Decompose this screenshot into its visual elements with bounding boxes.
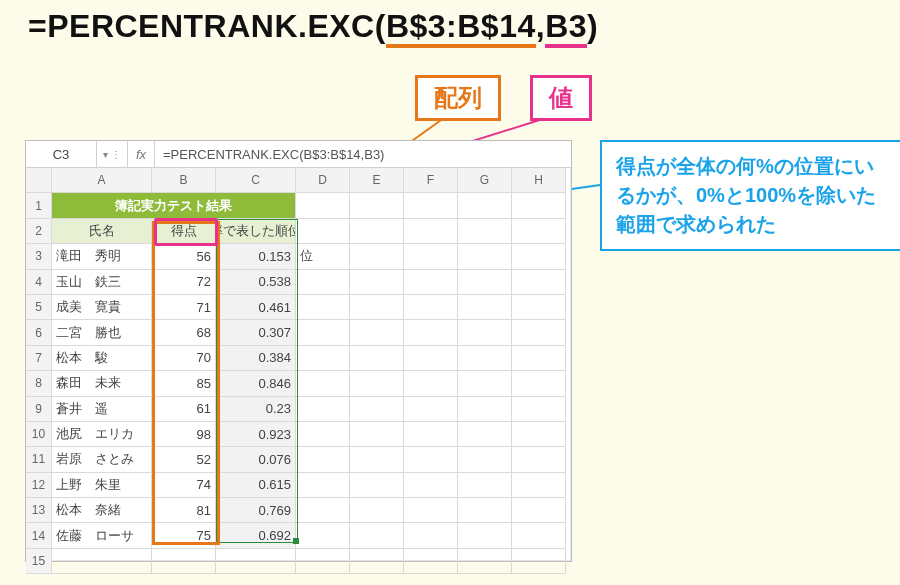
spreadsheet-grid[interactable]: ABCDEFGH1簿記実力テスト結果2氏名得点率で表した順位3滝田 秀明560.…: [26, 168, 571, 574]
row-header[interactable]: 14: [26, 523, 52, 548]
cell-score[interactable]: 70: [152, 346, 216, 371]
empty-cell[interactable]: [350, 295, 404, 320]
cell-name[interactable]: 池尻 エリカ: [52, 422, 152, 447]
empty-cell[interactable]: [512, 422, 566, 447]
empty-cell[interactable]: [404, 346, 458, 371]
cell-rank[interactable]: 0.384: [216, 346, 296, 371]
empty-cell[interactable]: [512, 270, 566, 295]
empty-cell[interactable]: [458, 498, 512, 523]
empty-cell[interactable]: [512, 473, 566, 498]
row-header[interactable]: 13: [26, 498, 52, 523]
cell-rank[interactable]: 0.923: [216, 422, 296, 447]
cell-d[interactable]: 位: [296, 244, 350, 269]
empty-cell[interactable]: [350, 346, 404, 371]
empty-cell[interactable]: [52, 549, 152, 574]
empty-cell[interactable]: [350, 523, 404, 548]
cell-score[interactable]: 72: [152, 270, 216, 295]
cell-d[interactable]: [296, 498, 350, 523]
cell-name[interactable]: 玉山 鉄三: [52, 270, 152, 295]
cell-d[interactable]: [296, 523, 350, 548]
row-header[interactable]: 4: [26, 270, 52, 295]
empty-cell[interactable]: [458, 473, 512, 498]
cell-d[interactable]: [296, 447, 350, 472]
empty-cell[interactable]: [404, 498, 458, 523]
empty-cell[interactable]: [350, 193, 404, 218]
empty-cell[interactable]: [458, 397, 512, 422]
cell-name[interactable]: 松本 奈緒: [52, 498, 152, 523]
empty-cell[interactable]: [216, 549, 296, 574]
empty-cell[interactable]: [512, 371, 566, 396]
empty-cell[interactable]: [296, 549, 350, 574]
empty-cell[interactable]: [512, 295, 566, 320]
empty-cell[interactable]: [458, 193, 512, 218]
empty-cell[interactable]: [404, 244, 458, 269]
empty-cell[interactable]: [350, 549, 404, 574]
empty-cell[interactable]: [404, 219, 458, 244]
column-header[interactable]: B: [152, 168, 216, 193]
empty-cell[interactable]: [458, 320, 512, 345]
empty-cell[interactable]: [458, 270, 512, 295]
empty-cell[interactable]: [512, 523, 566, 548]
row-header[interactable]: 9: [26, 397, 52, 422]
cell-score[interactable]: 75: [152, 523, 216, 548]
empty-cell[interactable]: [404, 270, 458, 295]
cell-name[interactable]: 佐藤 ローサ: [52, 523, 152, 548]
empty-cell[interactable]: [350, 219, 404, 244]
row-header[interactable]: 1: [26, 193, 52, 218]
column-header[interactable]: G: [458, 168, 512, 193]
cell-score[interactable]: 74: [152, 473, 216, 498]
cell-score[interactable]: 52: [152, 447, 216, 472]
cell-rank[interactable]: 0.461: [216, 295, 296, 320]
name-box-controls[interactable]: ▾ ⋮: [97, 141, 128, 167]
cell-name[interactable]: 岩原 さとみ: [52, 447, 152, 472]
empty-cell[interactable]: [512, 219, 566, 244]
cell-d[interactable]: [296, 371, 350, 396]
column-header[interactable]: H: [512, 168, 566, 193]
empty-cell[interactable]: [458, 244, 512, 269]
empty-cell[interactable]: [458, 549, 512, 574]
cell-rank[interactable]: 0.307: [216, 320, 296, 345]
empty-cell[interactable]: [512, 346, 566, 371]
empty-cell[interactable]: [512, 397, 566, 422]
column-header[interactable]: F: [404, 168, 458, 193]
cell-name[interactable]: 上野 朱里: [52, 473, 152, 498]
cell-score[interactable]: 61: [152, 397, 216, 422]
row-header[interactable]: 5: [26, 295, 52, 320]
cell-d[interactable]: [296, 295, 350, 320]
cell-name[interactable]: 松本 駿: [52, 346, 152, 371]
empty-cell[interactable]: [512, 447, 566, 472]
row-header[interactable]: 7: [26, 346, 52, 371]
empty-cell[interactable]: [404, 523, 458, 548]
empty-cell[interactable]: [458, 346, 512, 371]
empty-cell[interactable]: [350, 371, 404, 396]
empty-cell[interactable]: [404, 447, 458, 472]
empty-cell[interactable]: [512, 320, 566, 345]
cell-d[interactable]: [296, 422, 350, 447]
empty-cell[interactable]: [404, 320, 458, 345]
cell-d[interactable]: [296, 270, 350, 295]
cell-name[interactable]: 蒼井 遥: [52, 397, 152, 422]
cell-score[interactable]: 56: [152, 244, 216, 269]
row-header[interactable]: 10: [26, 422, 52, 447]
empty-cell[interactable]: [350, 270, 404, 295]
cell-score[interactable]: 98: [152, 422, 216, 447]
formula-bar[interactable]: =PERCENTRANK.EXC(B$3:B$14,B3): [155, 141, 571, 167]
empty-cell[interactable]: [512, 244, 566, 269]
column-header[interactable]: D: [296, 168, 350, 193]
cell-d[interactable]: [296, 346, 350, 371]
cell-rank[interactable]: 0.23: [216, 397, 296, 422]
cell-score[interactable]: 81: [152, 498, 216, 523]
empty-cell[interactable]: [458, 422, 512, 447]
column-header[interactable]: A: [52, 168, 152, 193]
cell-d[interactable]: [296, 473, 350, 498]
empty-cell[interactable]: [458, 523, 512, 548]
empty-cell[interactable]: [350, 320, 404, 345]
cell-rank[interactable]: 0.615: [216, 473, 296, 498]
fx-icon[interactable]: fx: [128, 141, 155, 167]
cell-score[interactable]: 85: [152, 371, 216, 396]
empty-cell[interactable]: [458, 219, 512, 244]
empty-cell[interactable]: [458, 295, 512, 320]
row-header[interactable]: 8: [26, 371, 52, 396]
empty-cell[interactable]: [404, 371, 458, 396]
empty-cell[interactable]: [296, 219, 350, 244]
